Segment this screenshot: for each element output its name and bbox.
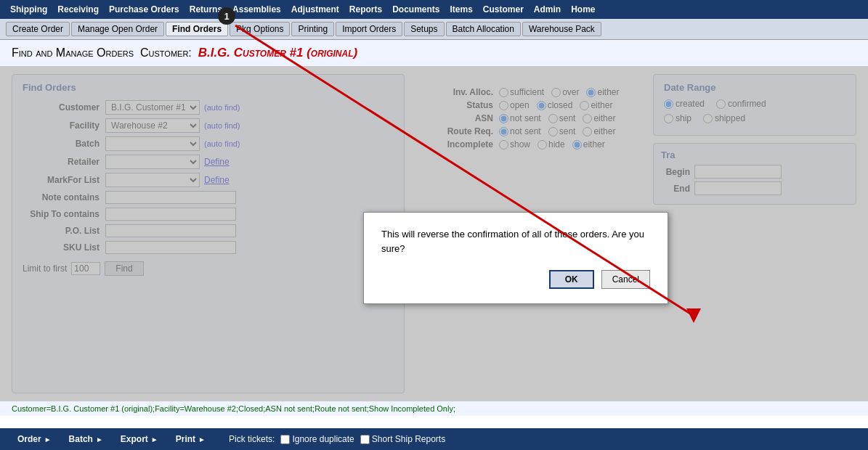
subnav-import-orders[interactable]: Import Orders	[336, 22, 402, 36]
nav-receiving[interactable]: Receiving	[53, 3, 103, 16]
nav-purchase-orders[interactable]: Purchase Orders	[105, 3, 184, 16]
sub-navigation: Create Order Manage Open Order Find Orde…	[0, 19, 868, 40]
batch-arrow-icon: ►	[96, 435, 103, 443]
short-ship-label: Short Ship Reports	[372, 434, 445, 444]
short-ship-checkbox[interactable]	[360, 435, 370, 444]
pick-tickets-section: Pick tickets: Ignore duplicate Short Shi…	[229, 434, 445, 444]
subnav-printing[interactable]: Printing	[291, 22, 334, 36]
confirmation-dialog: This will reverse the confirmation of al…	[363, 212, 668, 304]
toolbar-order-button[interactable]: Order ►	[9, 432, 60, 446]
toolbar-export-button[interactable]: Export ►	[112, 432, 167, 446]
toolbar-batch-button[interactable]: Batch ►	[60, 432, 112, 446]
subnav-setups[interactable]: Setups	[404, 22, 444, 36]
subnav-batch-allocation[interactable]: Batch Allocation	[446, 22, 521, 36]
dialog-overlay: This will reverse the confirmation of al…	[0, 67, 868, 401]
annotation-number: 1	[218, 7, 235, 25]
batch-btn-label: Batch	[69, 434, 93, 444]
ignore-duplicate-option: Ignore duplicate	[280, 434, 354, 444]
nav-customer[interactable]: Customer	[479, 3, 528, 16]
subnav-create-order[interactable]: Create Order	[6, 22, 70, 36]
subnav-pkg-options[interactable]: Pkg Options	[230, 22, 290, 36]
subnav-warehouse-pack[interactable]: Warehouse Pack	[522, 22, 601, 36]
page-customer-name: B.I.G. Customer #1 (original)	[198, 46, 358, 60]
dialog-message: This will reverse the confirmation of al…	[381, 227, 650, 255]
order-btn-label: Order	[17, 434, 41, 444]
nav-home[interactable]: Home	[567, 3, 599, 16]
dialog-ok-button[interactable]: OK	[549, 270, 594, 289]
page-title-bar: Find and Manage Orders Customer: B.I.G. …	[0, 40, 868, 67]
short-ship-option: Short Ship Reports	[360, 434, 445, 444]
nav-reports[interactable]: Reports	[345, 3, 386, 16]
nav-shipping[interactable]: Shipping	[6, 3, 52, 16]
print-arrow-icon: ►	[198, 435, 206, 443]
bottom-toolbar: Order ► Batch ► Export ► Print ► Pick ti…	[0, 428, 868, 450]
subnav-find-orders[interactable]: Find Orders	[166, 22, 228, 36]
order-arrow-icon: ►	[44, 435, 52, 443]
subnav-manage-open-order[interactable]: Manage Open Order	[71, 22, 164, 36]
dialog-cancel-button[interactable]: Cancel	[601, 270, 650, 289]
status-text: Customer=B.I.G. Customer #1 (original);F…	[12, 404, 455, 413]
nav-admin[interactable]: Admin	[530, 3, 565, 16]
nav-assemblies[interactable]: Assemblies	[228, 3, 285, 16]
status-bar: Customer=B.I.G. Customer #1 (original);F…	[0, 401, 868, 416]
main-content: Find Orders Customer B.I.G. Customer #1 …	[0, 67, 868, 401]
dialog-buttons: OK Cancel	[381, 270, 650, 289]
toolbar-print-button[interactable]: Print ►	[167, 432, 214, 446]
nav-items[interactable]: Items	[445, 3, 476, 16]
pick-tickets-label: Pick tickets:	[229, 434, 275, 444]
nav-documents[interactable]: Documents	[388, 3, 444, 16]
print-btn-label: Print	[176, 434, 195, 444]
ignore-duplicate-checkbox[interactable]	[280, 435, 290, 444]
page-customer-label: Customer:	[140, 46, 192, 59]
export-btn-label: Export	[121, 434, 148, 444]
export-arrow-icon: ►	[151, 435, 158, 443]
top-navigation: Shipping Receiving Purchase Orders Retur…	[0, 0, 868, 19]
nav-adjustment[interactable]: Adjustment	[287, 3, 344, 16]
ignore-duplicate-label: Ignore duplicate	[292, 434, 354, 444]
page-title-text: Find and Manage Orders	[12, 46, 134, 59]
